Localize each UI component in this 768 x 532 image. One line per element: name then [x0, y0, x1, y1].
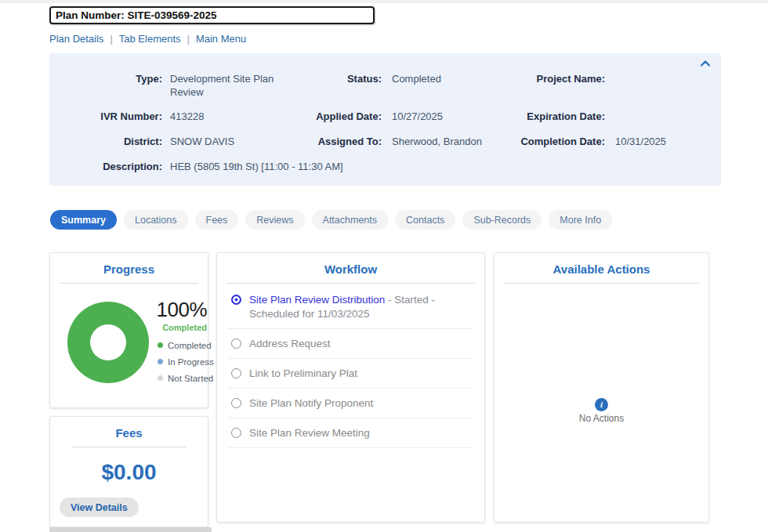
view-details-button[interactable]: View Details [60, 498, 139, 517]
field-value-project-name [605, 72, 721, 110]
radio-unselected-icon[interactable] [231, 428, 241, 438]
workflow-step-label: Site Plan Notify Proponent [249, 396, 373, 411]
nav-separator: | [110, 33, 112, 45]
progress-card-title: Progress [50, 262, 208, 276]
no-actions-text: No Actions [494, 413, 708, 424]
progress-percent: 100% [150, 298, 207, 322]
field-value-ivr-number: 413228 [162, 110, 284, 135]
field-label-expiration-date: Expiration Date: [507, 110, 605, 135]
progress-donut-chart [67, 302, 149, 383]
legend-label: In Progress [168, 357, 214, 367]
nav-link-tab-elements[interactable]: Tab Elements [119, 33, 181, 45]
field-label-assigned-to: Assigned To: [284, 135, 382, 160]
tab-attachments[interactable]: Attachments [312, 210, 388, 230]
nav-separator: | [187, 33, 190, 45]
cutoff-element-below [49, 527, 212, 532]
field-value-type: Development Site Plan Review [162, 72, 284, 110]
breadcrumb-nav: Plan Details | Tab Elements | Main Menu [49, 33, 246, 45]
tab-reviews[interactable]: Reviews [245, 210, 304, 230]
workflow-card-title: Workflow [217, 262, 484, 276]
field-label-status: Status: [284, 72, 382, 110]
workflow-step[interactable]: Site Plan Notify Proponent [228, 389, 473, 418]
legend-item-in-progress: In Progress [158, 353, 214, 370]
progress-card: Progress 100% Completed Completed In Pro… [49, 252, 208, 408]
available-actions-card: Available Actions i No Actions [494, 252, 709, 523]
card-divider [226, 283, 475, 284]
progress-percent-block: 100% Completed [150, 298, 207, 332]
tab-summary[interactable]: Summary [50, 210, 117, 230]
field-label-description: Description: [49, 160, 162, 185]
radio-unselected-icon[interactable] [231, 368, 241, 378]
workflow-step-list: Site Plan Review Distribution - Started … [228, 285, 473, 448]
page-top-strip [0, 0, 768, 3]
tab-sub-records[interactable]: Sub-Records [462, 210, 542, 230]
radio-unselected-icon[interactable] [231, 338, 241, 349]
progress-legend: Completed In Progress Not Started [158, 337, 214, 386]
tab-more-info[interactable]: More Info [549, 210, 612, 230]
legend-label: Completed [168, 341, 212, 350]
field-label-project-name: Project Name: [507, 72, 605, 110]
workflow-step-label: Site Plan Review Meeting [249, 426, 370, 440]
nav-link-plan-details[interactable]: Plan Details [49, 33, 103, 45]
workflow-card: Workflow Site Plan Review Distribution -… [216, 252, 485, 523]
field-value-district: SNOW DAVIS [162, 135, 284, 160]
plan-number-text: Plan Number: SITE-039569-2025 [56, 9, 217, 21]
fees-amount: $0.00 [50, 460, 208, 485]
workflow-step[interactable]: Site Plan Review Distribution - Started … [228, 285, 473, 329]
field-value-applied-date: 10/27/2025 [382, 110, 507, 135]
fees-card-title: Fees [50, 426, 208, 440]
field-value-status: Completed [382, 72, 507, 110]
nav-link-main-menu[interactable]: Main Menu [196, 33, 246, 45]
record-tabs: Summary Locations Fees Reviews Attachmen… [50, 210, 612, 230]
plan-details-panel: Type: Development Site Plan Review Statu… [49, 53, 721, 186]
workflow-step-label: Address Request [249, 337, 331, 351]
info-icon: i [595, 398, 608, 411]
workflow-step[interactable]: Site Plan Review Meeting [228, 418, 473, 448]
legend-item-not-started: Not Started [158, 370, 214, 386]
radio-selected-icon[interactable] [231, 295, 241, 305]
legend-dot-not-started-icon [158, 375, 163, 381]
details-grid: Type: Development Site Plan Review Statu… [49, 53, 721, 185]
card-divider [71, 447, 187, 447]
radio-unselected-icon[interactable] [231, 398, 241, 408]
available-actions-title: Available Actions [494, 262, 708, 276]
workflow-step-link[interactable]: Site Plan Review Distribution [249, 294, 385, 306]
legend-item-completed: Completed [158, 337, 214, 353]
legend-dot-in-progress-icon [158, 359, 163, 364]
field-value-expiration-date [605, 110, 721, 135]
field-label-ivr-number: IVR Number: [49, 110, 162, 135]
field-label-completion-date: Completion Date: [507, 135, 605, 160]
workflow-step[interactable]: Link to Preliminary Plat [228, 359, 473, 389]
field-value-description: HEB (5805 19th St) [11:00 - 11:30 AM] [162, 160, 721, 185]
chevron-up-icon[interactable] [701, 58, 710, 68]
field-label-type: Type: [49, 72, 162, 110]
field-label-district: District: [49, 135, 162, 160]
field-value-completion-date: 10/31/2025 [605, 135, 721, 160]
tab-locations[interactable]: Locations [124, 210, 188, 230]
field-value-assigned-to: Sherwood, Brandon [382, 135, 507, 160]
legend-dot-completed-icon [158, 342, 163, 348]
tab-contacts[interactable]: Contacts [395, 210, 455, 230]
plan-number-box: Plan Number: SITE-039569-2025 [49, 6, 375, 24]
field-label-applied-date: Applied Date: [284, 110, 382, 135]
no-actions-message: i No Actions [494, 396, 708, 424]
fees-card: Fees $0.00 View Details [49, 416, 208, 527]
card-divider [504, 283, 699, 284]
workflow-step[interactable]: Address Request [228, 329, 473, 359]
legend-label: Not Started [168, 374, 213, 383]
workflow-step-label: Link to Preliminary Plat [249, 367, 357, 381]
progress-percent-caption: Completed [150, 323, 207, 332]
card-divider [60, 283, 198, 284]
workflow-step-text: Site Plan Review Distribution - Started … [249, 293, 473, 321]
tab-fees[interactable]: Fees [195, 210, 239, 230]
